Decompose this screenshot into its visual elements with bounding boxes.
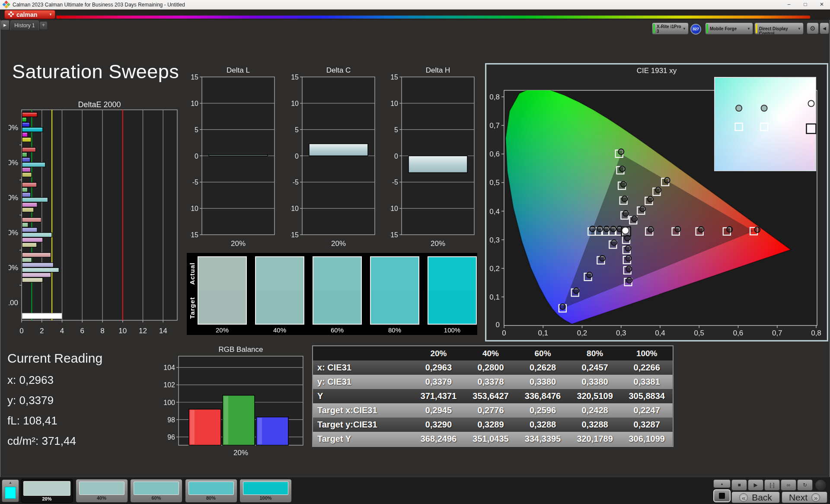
collapse-panel-button[interactable]: ◀ [820,22,829,34]
svg-text:10: 10 [118,327,127,335]
settings-button[interactable]: ⚙ [807,22,819,34]
svg-text:0,6: 0,6 [733,329,744,337]
cie-measured-point [597,226,603,232]
close-icon[interactable]: ✕ [814,0,830,10]
pattern-source-dropdown-button[interactable]: Mobile Forge ▼ [705,22,753,35]
target-swatch [428,290,476,324]
svg-text:98: 98 [167,416,175,424]
pattern-thumbnail-60%[interactable]: 60% [130,479,182,503]
thumbnail-label: 20% [21,496,73,501]
pattern-thumbnail-80%[interactable]: 80% [185,479,237,503]
svg-text:-15: -15 [390,231,398,239]
table-cell: 0,2596 [517,403,569,418]
cie-measured-point [626,266,632,272]
svg-text:-5: -5 [293,179,299,186]
transport-collapse-button[interactable]: ▲ [713,479,731,488]
calman-app-icon [2,0,10,8]
current-reading-item: y: 0,3379 [7,394,154,414]
table-cell: 334,3395 [517,432,569,446]
cie-measured-point [625,235,630,241]
cie-measured-point [626,278,632,283]
table-header: 60% [517,346,569,360]
minimize-icon[interactable]: – [781,0,797,10]
thumbnail-swatch [23,481,70,496]
pattern-preview-button[interactable]: ▲ [2,479,19,502]
cie-whitepoint-measured [622,227,629,234]
svg-text:102: 102 [163,381,175,389]
stop-button[interactable]: ■ [731,479,747,491]
single-measure-button[interactable]: [·] [764,479,780,491]
maximize-icon[interactable]: □ [797,0,814,10]
cie-inset-measured [736,105,742,111]
table-cell: 368,2496 [412,432,465,446]
table-cell: 0,3379 [412,375,465,389]
svg-text:0: 0 [195,153,198,160]
svg-text:Delta L: Delta L [227,66,250,74]
refresh-button[interactable]: ↻ [797,479,813,491]
cie-inset-measured [808,100,814,106]
play-button[interactable]: ▶ [748,479,763,491]
back-button[interactable]: « Back [731,491,780,503]
add-tab-button[interactable]: + [40,22,47,29]
cie-measured-point [573,288,579,293]
row-label: y: CIE31 [313,375,412,389]
stop-measure-button[interactable] [713,489,731,502]
pattern-thumbnail-20%[interactable]: 20% [21,479,73,503]
calman-logo-icon [8,11,15,18]
table-cell: 0,3288 [569,418,621,432]
chevron-up-icon: ▲ [720,482,724,486]
svg-text:15: 15 [390,73,398,81]
continuous-measure-button[interactable]: ∞ [781,479,796,491]
table-cell: 0,2628 [517,360,569,375]
pattern-thumbnail-100%[interactable]: 100% [239,479,292,503]
table-row: Y371,4371353,6427336,8476320,5109305,883… [313,389,673,403]
swatch-compare-100%: 100% [428,256,477,334]
calman-menu-button[interactable]: calman ▼ [4,10,55,19]
table-cell: 0,3380 [517,375,569,389]
back-arrow-icon: « [739,493,748,502]
target-swatch [371,290,418,324]
swatch-compare-60%: 60% [313,256,362,334]
current-reading-block: Current Reading x: 0,2963y: 0,3379fL: 10… [7,351,154,455]
cie-measured-point [698,226,704,232]
cie-measured-point [618,149,624,154]
svg-text:Delta C: Delta C [326,66,351,74]
table-cell: 336,8476 [517,389,569,403]
status-indicator [815,480,826,491]
thumbnail-label: 100% [240,495,291,501]
pattern-thumbnail-40%[interactable]: 40% [76,479,128,503]
deltaC-bar [309,144,368,156]
svg-text:80%: 80% [9,159,18,167]
svg-text:0,6: 0,6 [489,150,500,158]
table-cell: 0,2266 [621,360,673,375]
title-bar: Calman 2023 Calman Ultimate for Business… [0,0,830,10]
svg-text:5: 5 [195,126,198,134]
meter-dropdown-button[interactable]: X-Rite i1Pro 3 Direct View ▼ [652,22,689,35]
tab-history-1[interactable]: History 1 [10,20,39,30]
deltaH-chart: Delta H151050-5-10-1520% [390,66,487,249]
bottom-bar: ▲ 20%40%60%80%100% ▲ ■ ▶ [·] ∞ ↻ « Back … [0,477,830,504]
target-swatch [256,290,303,324]
deltaL-chart: Delta L151050-5-10-1520% [190,66,287,249]
meter-count-badge[interactable]: 327 [690,24,701,35]
expand-sidebar-button[interactable]: ▶ [1,20,9,30]
table-cell: 0,3378 [465,375,517,389]
cie-measured-point [623,211,629,216]
svg-text:0,7: 0,7 [489,121,500,130]
svg-text:0,2: 0,2 [577,329,587,337]
current-reading-item: cd/m²: 371,44 [7,434,154,455]
table-cell: 320,1789 [569,432,621,446]
cie-measured-point [560,304,565,309]
chevron-down-icon: ▼ [683,27,686,31]
svg-text:-10: -10 [290,205,299,212]
table-cell: 0,2247 [621,403,673,418]
actual-swatch [313,257,361,290]
current-reading-item: fL: 108,41 [7,414,154,434]
svg-text:-15: -15 [290,231,299,239]
current-reading-title: Current Reading [7,351,154,366]
table-header: 40% [465,346,517,360]
display-control-dropdown-button[interactable]: Direct Display Control ▼ [754,22,804,35]
meter-line2: Direct View [657,34,682,35]
next-button[interactable]: Next » [782,491,827,503]
svg-text:0,5: 0,5 [694,329,704,337]
